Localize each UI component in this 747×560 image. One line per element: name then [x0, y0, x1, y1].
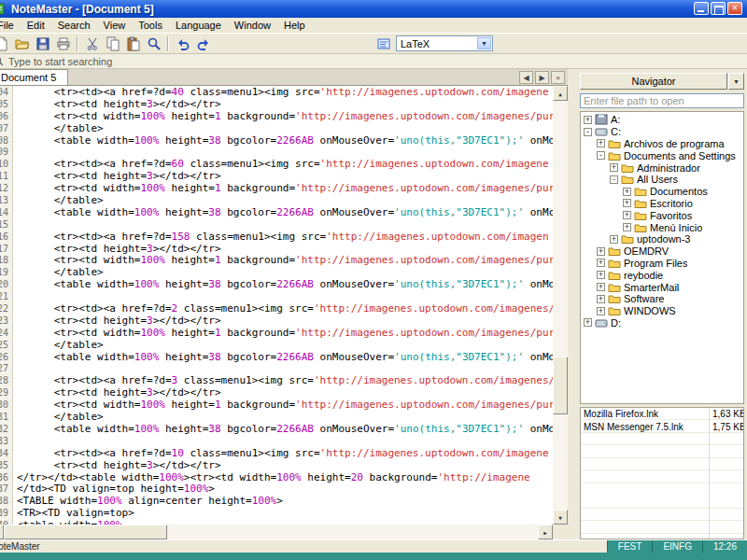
expand-icon[interactable]: + — [623, 188, 631, 196]
combo-dropdown-icon[interactable]: ▼ — [477, 37, 491, 49]
close-button[interactable]: × — [727, 2, 742, 15]
collapse-icon[interactable]: - — [610, 175, 618, 184]
tree-item[interactable]: +OEMDRV — [581, 245, 743, 258]
line-number: 306 — [0, 111, 13, 123]
folder-icon — [608, 150, 621, 161]
language-combo[interactable]: LaTeX ▼ — [396, 35, 493, 51]
expand-icon[interactable]: + — [584, 116, 592, 124]
toolbar-separator — [167, 36, 169, 51]
paste-button[interactable] — [123, 35, 143, 53]
tree-item[interactable]: +D: — [581, 317, 743, 329]
maximize-button[interactable] — [711, 2, 726, 15]
vertical-scrollbar[interactable]: ▲ ▼ — [553, 86, 568, 525]
file-list-column-divider[interactable] — [709, 408, 710, 539]
expand-icon[interactable]: + — [597, 271, 605, 279]
scroll-right-icon[interactable]: ▶ — [538, 525, 553, 539]
file-list-item[interactable]: MSN Messenger 7.5.lnk1,75 KB — [581, 421, 743, 434]
open-folder-button[interactable] — [12, 35, 32, 53]
tree-item[interactable]: +Menú Inicio — [581, 221, 743, 233]
menu-item-tools[interactable]: Tools — [132, 19, 169, 32]
tree-item[interactable]: +Software — [581, 293, 743, 305]
new-document-button[interactable] — [0, 35, 11, 53]
expand-icon[interactable]: + — [584, 318, 592, 327]
folder-icon — [608, 270, 621, 281]
tree-item[interactable]: +Documentos — [581, 186, 743, 198]
tree-item[interactable]: +uptodown-3 — [581, 233, 743, 245]
tree-item[interactable]: +A: — [581, 114, 743, 126]
expand-icon[interactable]: + — [623, 211, 631, 219]
scroll-tabs-right-icon[interactable]: ▶ — [535, 71, 549, 84]
horizontal-scroll-thumb[interactable] — [4, 525, 167, 539]
tree-item[interactable]: +Escritorio — [581, 198, 743, 210]
copy-button[interactable] — [103, 35, 122, 53]
scroll-tabs-left-icon[interactable]: ◀ — [519, 71, 533, 84]
horizontal-scrollbar[interactable]: ◀ ▶ — [0, 525, 553, 539]
expand-icon[interactable]: + — [597, 295, 605, 303]
code-line[interactable]: 308 <table width=100% height=38 bgcolor=… — [0, 135, 553, 147]
code-text: <table width=100% height=38 bgcolor=2266… — [13, 424, 553, 436]
tree-item[interactable]: -C: — [581, 126, 743, 138]
save-button[interactable] — [33, 35, 52, 53]
menu-item-file[interactable]: File — [0, 19, 21, 32]
incremental-search-bar[interactable]: Type to start searching — [0, 54, 747, 69]
expand-icon[interactable]: + — [597, 259, 605, 267]
expand-icon[interactable]: + — [597, 283, 605, 291]
tree-item[interactable]: +Archivos de programa — [581, 138, 743, 150]
collapse-icon[interactable]: - — [584, 128, 592, 136]
tree-item[interactable]: +Program Files — [581, 258, 743, 270]
menu-item-help[interactable]: Help — [277, 19, 312, 32]
paste-icon — [126, 36, 141, 51]
line-number: 328 — [0, 375, 13, 387]
tree-item[interactable]: -Documents and Settings — [581, 149, 743, 161]
code-line[interactable]: 314 <table width=100% height=38 bgcolor=… — [0, 207, 553, 219]
tree-item[interactable]: +reybodie — [581, 269, 743, 281]
expand-icon[interactable]: + — [623, 199, 631, 207]
minimize-button[interactable] — [694, 2, 709, 15]
expand-icon[interactable]: + — [610, 163, 618, 172]
code-line[interactable]: 326 <table width=100% height=38 bgcolor=… — [0, 352, 553, 364]
cut-button[interactable] — [82, 35, 102, 53]
expand-icon[interactable]: + — [610, 235, 618, 244]
editor[interactable]: 304 <tr><td><a href=?d=40 class=menu1><i… — [0, 86, 568, 539]
menu-item-edit[interactable]: Edit — [21, 19, 51, 32]
menu-item-view[interactable]: View — [97, 19, 133, 32]
tree-item[interactable]: +WINDOWS — [581, 305, 743, 317]
menu-item-window[interactable]: Window — [228, 19, 277, 32]
navigator-button[interactable]: Navigator — [580, 73, 727, 90]
scroll-up-icon[interactable]: ▲ — [553, 86, 568, 101]
folder-icon — [621, 162, 634, 174]
tree-item[interactable]: +Favoritos — [581, 209, 743, 221]
redo-button[interactable] — [193, 35, 213, 53]
find-button[interactable] — [144, 35, 163, 53]
panel-splitter[interactable] — [568, 69, 577, 539]
collapse-icon[interactable]: - — [597, 151, 605, 160]
expand-icon[interactable]: + — [597, 307, 605, 315]
vertical-scroll-thumb[interactable] — [553, 357, 568, 414]
code-line[interactable]: 332 <table width=100% height=38 bgcolor=… — [0, 424, 553, 436]
file-list-item[interactable]: Mozilla Firefox.lnk1,63 KB — [581, 408, 743, 421]
expand-icon[interactable]: + — [597, 139, 605, 147]
line-number: 339 — [0, 508, 13, 520]
tree-item-label: Software — [624, 293, 664, 304]
line-number: 320 — [0, 279, 13, 291]
tree-item[interactable]: +SmarterMail — [581, 281, 743, 293]
close-tab-icon[interactable]: × — [551, 71, 565, 84]
tab-document-5[interactable]: Document 5 — [0, 69, 68, 85]
language-combo-value: LaTeX — [401, 38, 430, 49]
expand-icon[interactable]: + — [597, 247, 605, 256]
undo-button[interactable] — [173, 35, 192, 53]
print-button[interactable] — [53, 35, 73, 53]
line-number: 329 — [0, 387, 13, 399]
file-path-input[interactable] — [580, 93, 744, 108]
tree-item[interactable]: -All Users — [581, 174, 743, 186]
title-bar[interactable]: NoteMaster - [Document 5] × — [0, 0, 747, 18]
code-text: <table width=100% height=38 bgcolor=2266… — [13, 135, 553, 147]
navigator-dropdown-icon[interactable]: ▼ — [728, 73, 744, 90]
line-number: 319 — [0, 267, 13, 279]
menu-item-language[interactable]: Language — [169, 19, 228, 32]
expand-icon[interactable]: + — [623, 223, 631, 231]
menu-item-search[interactable]: Search — [51, 19, 97, 32]
code-line[interactable]: 320 <table width=100% height=38 bgcolor=… — [0, 279, 553, 291]
tree-item[interactable]: +Administrador — [581, 161, 743, 174]
scroll-down-icon[interactable]: ▼ — [553, 510, 568, 525]
